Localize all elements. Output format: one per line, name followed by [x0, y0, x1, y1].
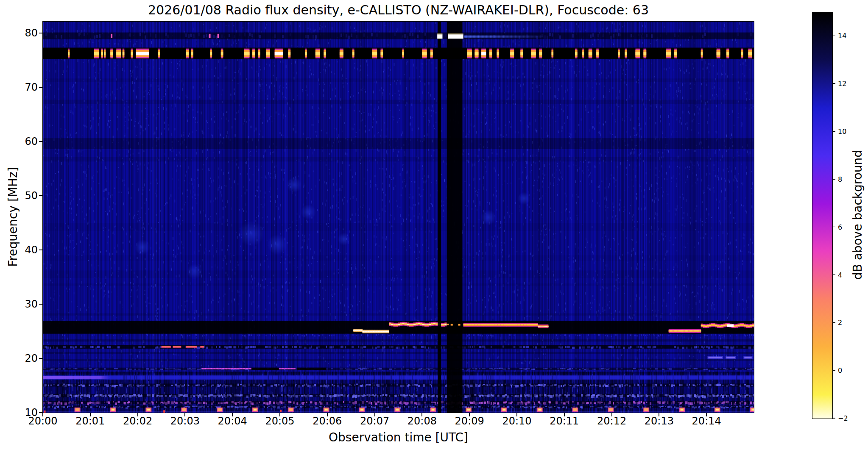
colorbar-tick — [832, 179, 835, 180]
x-tick-label: 20:11 — [550, 415, 579, 427]
colorbar-tick — [832, 131, 835, 132]
y-tick-label: 40 — [25, 244, 38, 256]
x-tick-label: 20:13 — [645, 415, 674, 427]
x-tick-label: 20:02 — [123, 415, 152, 427]
y-tick-label: 70 — [25, 81, 38, 93]
colorbar-tick — [832, 227, 835, 227]
x-axis-label: Observation time [UTC] — [43, 430, 754, 444]
x-tick-label: 20:14 — [692, 415, 721, 427]
y-tick-label: 50 — [25, 190, 38, 202]
y-tick — [39, 33, 43, 33]
spectrogram-plot-area — [42, 21, 754, 413]
colorbar-tick — [832, 418, 835, 419]
y-tick — [39, 412, 43, 413]
x-tick-label: 20:06 — [313, 415, 342, 427]
x-tick-label: 20:03 — [170, 415, 200, 427]
colorbar-tick-label: 0 — [838, 366, 842, 374]
colorbar-tick-label: 6 — [838, 223, 842, 231]
x-tick-label: 20:08 — [407, 415, 437, 427]
colorbar-tick-label: −2 — [838, 414, 848, 422]
x-tick-label: 20:12 — [597, 415, 626, 427]
colorbar-tick-label: 8 — [838, 175, 842, 183]
y-tick — [39, 250, 43, 250]
y-tick-label: 60 — [25, 136, 38, 147]
colorbar-tick — [832, 370, 835, 371]
y-tick — [39, 358, 43, 359]
colorbar — [812, 12, 833, 419]
spectrogram-canvas — [43, 22, 754, 413]
x-tick-label: 20:09 — [455, 415, 484, 427]
x-tick-label: 20:10 — [502, 415, 531, 427]
colorbar-tick-label: 4 — [838, 271, 842, 279]
y-tick-label: 10 — [25, 407, 38, 419]
colorbar-tick-label: 12 — [838, 80, 846, 88]
colorbar-tick — [832, 83, 835, 84]
plot-title: 2026/01/08 Radio flux density, e-CALLIST… — [43, 3, 754, 17]
colorbar-tick — [832, 322, 835, 323]
y-tick-label: 30 — [25, 298, 38, 310]
y-tick — [39, 141, 43, 142]
y-tick — [39, 87, 43, 88]
colorbar-tick — [832, 36, 835, 36]
colorbar-tick-label: 10 — [838, 128, 846, 136]
x-tick-label: 20:07 — [360, 415, 389, 427]
colorbar-tick-label: 2 — [838, 319, 842, 327]
x-tick-label: 20:01 — [75, 415, 105, 427]
colorbar-tick-label: 14 — [838, 32, 846, 40]
y-tick — [39, 304, 43, 305]
colorbar-tick — [832, 275, 835, 275]
y-axis-label: Frequency [MHz] — [6, 167, 20, 266]
x-tick-label: 20:05 — [265, 415, 294, 427]
y-tick — [39, 195, 43, 196]
x-tick-label: 20:04 — [218, 415, 247, 427]
figure: 2026/01/08 Radio flux density, e-CALLIST… — [0, 0, 868, 452]
y-tick-label: 80 — [25, 27, 38, 39]
colorbar-label: dB above background — [851, 150, 865, 280]
y-tick-label: 20 — [25, 352, 38, 364]
